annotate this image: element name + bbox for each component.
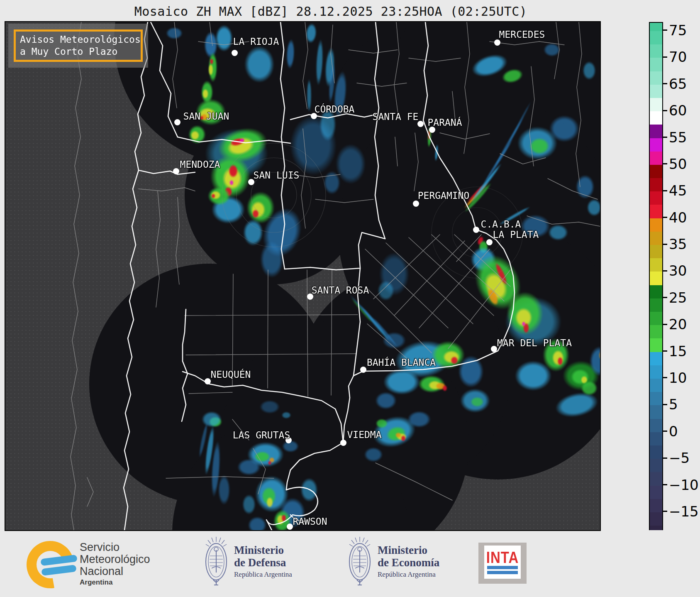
colorbar-segment bbox=[650, 325, 662, 339]
radar-map: LA RIOJAMERCEDESSAN JUANCÓRDOBASANTA FEP… bbox=[5, 22, 600, 530]
colorbar-tick bbox=[663, 404, 667, 405]
smn-name-line3: Nacional bbox=[80, 565, 150, 577]
city-dot bbox=[340, 440, 346, 446]
city-label: LAS GRUTAS bbox=[233, 430, 290, 440]
colorbar-tick bbox=[663, 324, 667, 325]
city-dot bbox=[232, 50, 238, 56]
smn-name-line1: Servicio bbox=[80, 541, 150, 553]
warning-banner-border: Avisos Meteorológicos a Muy Corto Plazo bbox=[14, 29, 143, 62]
page-title: Mosaico ZH MAX [dBZ] 28.12.2025 23:25HOA… bbox=[134, 4, 527, 19]
city-label: SAN LUIS bbox=[254, 170, 300, 181]
city-dot bbox=[491, 346, 497, 352]
colorbar-tick-label: 75 bbox=[669, 22, 687, 39]
colorbar-segment bbox=[650, 298, 662, 312]
coat-of-arms-icon bbox=[348, 536, 372, 587]
colorbar-segment bbox=[650, 165, 662, 179]
colorbar-segment bbox=[650, 432, 662, 446]
city-label: MAR DEL PLATA bbox=[497, 338, 572, 348]
colorbar-segment bbox=[650, 44, 662, 58]
colorbar-tick-label: 40 bbox=[669, 209, 687, 226]
colorbar-segment bbox=[650, 486, 662, 499]
colorbar-tick bbox=[663, 217, 667, 218]
colorbar-tick-label: 65 bbox=[669, 76, 687, 92]
city-label: RAWSON bbox=[293, 516, 327, 527]
city-dot bbox=[486, 239, 493, 245]
coat-of-arms-icon bbox=[204, 536, 228, 587]
colorbar-segment bbox=[650, 23, 662, 32]
city-dot bbox=[473, 227, 479, 233]
city-dot bbox=[360, 367, 366, 373]
city-dot bbox=[205, 378, 211, 384]
colorbar-segment bbox=[650, 272, 662, 285]
colorbar-segment bbox=[650, 499, 662, 513]
defensa-line1: Ministerio bbox=[234, 544, 292, 556]
smn-name-line2: Meteorológico bbox=[80, 553, 150, 565]
colorbar-segment bbox=[650, 352, 662, 366]
economia-line2: de Economía bbox=[378, 556, 439, 569]
ministerio-defensa-logo: Ministerio de Defensa República Argentin… bbox=[204, 536, 292, 587]
colorbar-segment bbox=[650, 125, 662, 138]
colorbar-tick bbox=[663, 190, 667, 191]
colorbar-segment bbox=[650, 459, 662, 472]
colorbar-segment bbox=[650, 512, 662, 526]
smn-name-line4: Argentina bbox=[80, 579, 150, 586]
city-label: MENDOZA bbox=[180, 159, 220, 170]
colorbar-tick bbox=[663, 83, 667, 84]
smn-swoosh-icon bbox=[25, 539, 74, 588]
colorbar-segment bbox=[650, 31, 662, 45]
colorbar-tick-label: 10 bbox=[669, 369, 687, 386]
colorbar-tick-label: 0 bbox=[669, 423, 678, 440]
city-dot bbox=[413, 201, 419, 207]
city-label: C.A.B.A bbox=[481, 219, 521, 230]
colorbar-tick bbox=[663, 137, 667, 138]
city-markers: LA RIOJAMERCEDESSAN JUANCÓRDOBASANTA FEP… bbox=[5, 22, 600, 530]
defensa-line2: de Defensa bbox=[234, 556, 292, 569]
inta-frame-icon: INTA bbox=[478, 543, 527, 584]
colorbar-segment bbox=[650, 178, 662, 192]
colorbar-tick-label: −5 bbox=[669, 450, 690, 466]
warning-banner[interactable]: Avisos Meteorológicos a Muy Corto Plazo bbox=[8, 24, 148, 68]
colorbar-segment bbox=[650, 419, 662, 433]
city-label: VIEDMA bbox=[347, 429, 381, 440]
colorbar-segment bbox=[650, 365, 662, 379]
city-label: LA RIOJA bbox=[233, 36, 279, 47]
colorbar-segment bbox=[650, 405, 662, 419]
colorbar-segment bbox=[650, 152, 662, 165]
colorbar-segment bbox=[650, 138, 662, 152]
inta-logo: INTA bbox=[478, 543, 527, 584]
city-label: PARANÁ bbox=[427, 117, 462, 128]
colorbar-tick bbox=[663, 511, 667, 512]
colorbar-tick-label: 45 bbox=[669, 182, 687, 199]
colorbar-segment bbox=[650, 258, 662, 272]
city-dot bbox=[173, 168, 179, 174]
colorbar-tick-label: 30 bbox=[669, 262, 687, 279]
colorbar-tick-label: 15 bbox=[669, 343, 687, 360]
city-dot bbox=[174, 119, 180, 125]
colorbar-segment bbox=[650, 85, 662, 98]
city-label: SANTA ROSA bbox=[312, 285, 369, 296]
colorbar-tick-label: 50 bbox=[669, 156, 687, 172]
colorbar-tick bbox=[663, 297, 667, 298]
colorbar-segment bbox=[650, 445, 662, 459]
colorbar-tick-label: −10 bbox=[669, 477, 699, 493]
colorbar-segment bbox=[650, 312, 662, 325]
colorbar-segment bbox=[650, 71, 662, 85]
colorbar-tick-label: 25 bbox=[669, 289, 687, 306]
city-label: CÓRDOBA bbox=[315, 104, 355, 115]
defensa-line3: República Argentina bbox=[234, 570, 292, 579]
colorbar-tick-label: 70 bbox=[669, 49, 687, 65]
colorbar-segment bbox=[650, 58, 662, 71]
city-dot bbox=[287, 524, 293, 530]
dbz-colorbar bbox=[649, 22, 663, 532]
colorbar-segment bbox=[650, 472, 662, 486]
colorbar-segment bbox=[650, 232, 662, 245]
colorbar-segment bbox=[650, 98, 662, 112]
city-label: SAN JUAN bbox=[183, 111, 229, 122]
colorbar-segment bbox=[650, 205, 662, 218]
city-label: PERGAMINO bbox=[418, 190, 470, 201]
colorbar-tick bbox=[663, 110, 667, 111]
colorbar-tick-label: 55 bbox=[669, 129, 687, 146]
colorbar-tick bbox=[663, 56, 667, 58]
colorbar-tick bbox=[663, 458, 667, 459]
colorbar-segment bbox=[650, 379, 662, 392]
